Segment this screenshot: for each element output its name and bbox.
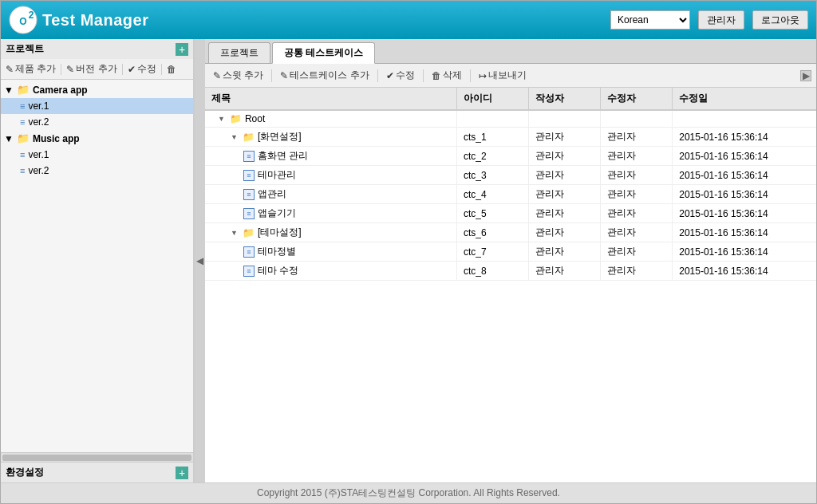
table-row[interactable]: ≡앱관리ctc_4관리자관리자2015-01-16 15:36:14 [205, 185, 816, 204]
col-header-date: 수정일 [673, 88, 816, 110]
cell-id: ctc_4 [456, 185, 528, 204]
cell-modifier: 관리자 [601, 262, 673, 281]
add-testcase-button[interactable]: ✎ 테스트케이스 추가 [277, 67, 372, 84]
add-version-button[interactable]: ✎ 버전 추가 [66, 62, 116, 76]
export-button[interactable]: ↦ 내보내기 [476, 67, 530, 84]
cell-author: 관리자 [529, 147, 601, 166]
sidebar-scrollbar[interactable] [1, 452, 193, 462]
tree-music-ver2[interactable]: ≡ ver.2 [1, 163, 193, 179]
table-row[interactable]: ≡홈화면 관리ctc_2관리자관리자2015-01-16 15:36:14 [205, 147, 816, 166]
cell-name: ▼📁[테마설정] [205, 223, 456, 242]
tree-camera-app[interactable]: ▼ 📁 Camera app [1, 81, 193, 98]
header: O 2 Test Manager Korean English 관리자 로그아웃 [1, 1, 816, 39]
row-expand-icon: ▼ [218, 115, 225, 123]
main-panel: 프로젝트 공통 테스트케이스 ✎ 스윗 추가 ✎ 테스트케이스 추가 [205, 39, 816, 482]
table-header-row: 제목 아이디 작성자 수정자 수 [205, 88, 816, 110]
sidebar-collapse-button[interactable]: ◀ [194, 39, 205, 482]
file-icon-mus-v2: ≡ [20, 166, 25, 175]
app-title: Test Manager [42, 11, 148, 30]
toolbar-sep3 [423, 69, 424, 82]
sidebar: 프로젝트 + ✎ 제품 추가 ✎ 버전 추가 ✔ 수정 [1, 39, 194, 482]
add-suite-label: 스윗 추가 [223, 69, 263, 82]
project-tree: ▼ 📁 Camera app ≡ ver.1 ≡ ver.2 ▼ 📁 Music… [1, 80, 193, 452]
edit-main-label: 수정 [396, 69, 415, 82]
cell-modifier: 관리자 [601, 223, 673, 242]
cell-name: ▼📁Root [205, 110, 456, 128]
pencil-icon: ✎ [6, 64, 14, 75]
folder-cell-icon: 📁 [243, 227, 255, 238]
cell-name-text: [화면설정] [258, 130, 302, 144]
toolbar-sep2 [377, 69, 378, 82]
cell-id: cts_1 [456, 128, 528, 147]
tab-common-testcase[interactable]: 공통 테스트케이스 [272, 42, 375, 64]
svg-text:O: O [19, 16, 26, 27]
pencil-icon-suite: ✎ [213, 70, 221, 81]
cell-id [456, 110, 528, 128]
table-row[interactable]: ▼📁Root [205, 110, 816, 128]
cell-name-text: 홈화면 관리 [258, 149, 308, 163]
folder-icon2: 📁 [17, 132, 30, 144]
tab-bar: 프로젝트 공통 테스트케이스 [205, 39, 816, 64]
collapse-right-button[interactable]: ▶ [800, 70, 811, 81]
tab-common-testcase-label: 공통 테스트케이스 [284, 47, 363, 58]
trash-icon-main: 🗑 [432, 70, 441, 81]
tree-music-ver1[interactable]: ≡ ver.1 [1, 147, 193, 163]
check-icon: ✔ [128, 64, 136, 75]
add-version-label: 버전 추가 [76, 62, 116, 76]
language-select[interactable]: Korean English [610, 10, 690, 30]
tab-project[interactable]: 프로젝트 [208, 42, 270, 63]
cell-author: 관리자 [529, 242, 601, 262]
row-expand-icon: ▼ [231, 229, 238, 237]
cell-modifier: 관리자 [601, 166, 673, 185]
cell-name-text: [테마설정] [258, 226, 302, 239]
footer-text: Copyright 2015 (주)STA테스팅컨설팅 Corporation.… [257, 487, 560, 498]
pencil-icon2: ✎ [66, 64, 74, 75]
table-row[interactable]: ≡테마 수정ctc_8관리자관리자2015-01-16 15:36:14 [205, 262, 816, 281]
file-cell-icon: ≡ [243, 208, 255, 219]
add-product-button[interactable]: ✎ 제품 추가 [6, 62, 56, 76]
cell-name: ≡앱관리 [205, 185, 456, 204]
table-row[interactable]: ▼📁[화면설정]cts_1관리자관리자2015-01-16 15:36:14 [205, 128, 816, 147]
table-row[interactable]: ≡테마정별ctc_7관리자관리자2015-01-16 15:36:14 [205, 242, 816, 262]
table-row[interactable]: ≡테마관리ctc_3관리자관리자2015-01-16 15:36:14 [205, 166, 816, 185]
cell-modifier: 관리자 [601, 128, 673, 147]
folder-icon: 📁 [17, 84, 30, 96]
file-icon-mus-v1: ≡ [20, 150, 25, 159]
tree-music-app[interactable]: ▼ 📁 Music app [1, 130, 193, 147]
project-add-button[interactable]: + [176, 43, 188, 56]
env-add-button[interactable]: + [176, 467, 188, 479]
cell-date [673, 110, 816, 128]
cell-name: ≡테마관리 [205, 166, 456, 185]
cell-name: ≡테마 수정 [205, 262, 456, 281]
logo-icon: O 2 [9, 6, 37, 34]
delete-button[interactable]: 🗑 [167, 64, 176, 75]
row-expand-icon: ▼ [231, 133, 238, 141]
file-cell-icon: ≡ [243, 189, 255, 200]
tree-camera-ver1[interactable]: ≡ ver.1 [1, 98, 193, 114]
cell-name: ▼📁[화면설정] [205, 128, 456, 147]
admin-button[interactable]: 관리자 [698, 10, 744, 30]
camera-ver1-label: ver.1 [28, 100, 49, 112]
toolbar-separator3 [161, 64, 162, 75]
collapse-right-icon: ▶ [803, 70, 810, 81]
table-row[interactable]: ≡앱슬기기ctc_5관리자관리자2015-01-16 15:36:14 [205, 204, 816, 223]
cell-author: 관리자 [529, 262, 601, 281]
table-row[interactable]: ▼📁[테마설정]cts_6관리자관리자2015-01-16 15:36:14 [205, 223, 816, 242]
cell-date: 2015-01-16 15:36:14 [673, 147, 816, 166]
col-header-id: 아이디 [456, 88, 528, 110]
folder-cell-icon: 📁 [230, 113, 242, 124]
logout-button[interactable]: 로그아웃 [752, 10, 808, 30]
footer: Copyright 2015 (주)STA테스팅컨설팅 Corporation.… [1, 482, 816, 503]
edit-main-button[interactable]: ✔ 수정 [383, 67, 418, 84]
toolbar-sep1 [271, 69, 272, 82]
edit-button[interactable]: ✔ 수정 [128, 62, 156, 76]
cell-name-text: 앱관리 [258, 187, 286, 201]
delete-main-button[interactable]: 🗑 삭제 [428, 67, 465, 84]
pencil-icon-tc: ✎ [280, 70, 288, 81]
tree-camera-ver2[interactable]: ≡ ver.2 [1, 114, 193, 130]
cell-author: 관리자 [529, 204, 601, 223]
expand-icon2: ▼ [4, 133, 14, 144]
project-toolbar: ✎ 제품 추가 ✎ 버전 추가 ✔ 수정 🗑 [1, 59, 193, 80]
music-app-label: Music app [33, 133, 80, 144]
add-suite-button[interactable]: ✎ 스윗 추가 [210, 67, 266, 84]
